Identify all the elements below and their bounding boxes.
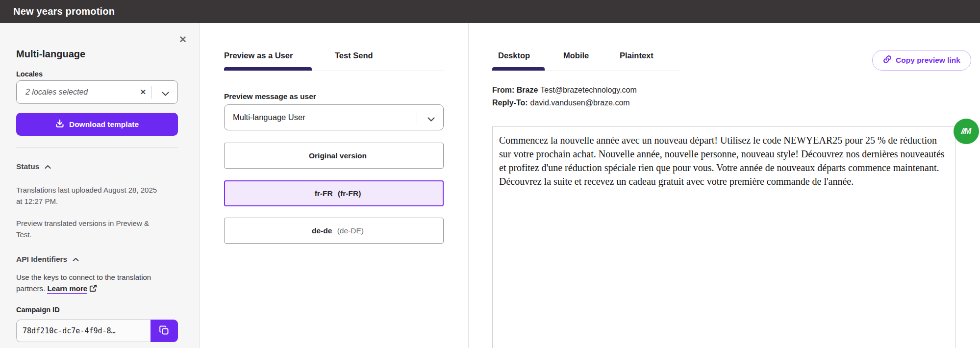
api-identifiers-heading: API Identifiers bbox=[16, 255, 79, 264]
locales-label: Locales bbox=[16, 70, 43, 78]
copy-preview-link-label: Copy preview link bbox=[896, 56, 960, 65]
from-line: From: BrazeTest@brazetechnology.com bbox=[492, 85, 637, 95]
tab-test-send[interactable]: Test Send bbox=[335, 51, 373, 60]
multi-language-sidebar: ✕ Multi-language Locales 2 locales selec… bbox=[0, 23, 200, 348]
tab-preview-as-user[interactable]: Preview as a User bbox=[224, 51, 293, 60]
app-window: New years promotion ✕ Multi-language Loc… bbox=[0, 0, 980, 348]
locales-value: 2 locales selected bbox=[25, 81, 88, 103]
preview-user-value: Multi-language User bbox=[233, 105, 305, 130]
download-template-button[interactable]: Download template bbox=[16, 113, 178, 136]
version-fr-label: fr-FR bbox=[315, 189, 333, 198]
tab-mobile[interactable]: Mobile bbox=[563, 51, 589, 60]
preview-user-select[interactable]: Multi-language User bbox=[224, 104, 444, 130]
status-heading-label: Status bbox=[16, 162, 39, 171]
email-body-preview: Commencez la nouvelle année avec un nouv… bbox=[492, 126, 955, 348]
message-preview-panel: Desktop Mobile Plaintext Copy preview li… bbox=[469, 23, 980, 348]
learn-more-link[interactable]: Learn more bbox=[47, 284, 87, 294]
api-description: Use the keys to connect to the translati… bbox=[16, 272, 166, 295]
clear-locales-icon[interactable]: ✕ bbox=[140, 81, 146, 103]
version-original-label: Original version bbox=[309, 151, 367, 160]
collapse-status-icon[interactable] bbox=[45, 165, 51, 169]
api-identifiers-label: API Identifiers bbox=[16, 255, 67, 264]
reply-to-label: Reply-To: bbox=[492, 99, 528, 107]
version-de-label: de-de bbox=[312, 226, 332, 235]
version-de-code: (de-DE) bbox=[337, 226, 364, 235]
download-icon bbox=[55, 119, 64, 130]
sidebar-heading: Multi-language bbox=[16, 49, 85, 60]
preview-user-label: Preview message as user bbox=[224, 92, 316, 101]
campaign-id-field[interactable]: 78df210c-dc7e-4f9d-8… bbox=[16, 320, 151, 342]
email-body-text: Commencez la nouvelle année avec un nouv… bbox=[499, 133, 947, 188]
close-icon[interactable]: ✕ bbox=[179, 35, 187, 44]
copy-preview-link-button[interactable]: Copy preview link bbox=[872, 50, 971, 71]
locales-combobox[interactable]: 2 locales selected ✕ bbox=[16, 80, 178, 104]
reply-to-line: Reply-To:david.vandusen@braze.com bbox=[492, 98, 630, 108]
version-fr-code: (fr-FR) bbox=[338, 189, 361, 198]
translations-uploaded-text: Translations last uploaded August 28, 20… bbox=[16, 185, 164, 207]
divider bbox=[492, 71, 681, 71]
version-fr-button[interactable]: fr-FR (fr-FR) bbox=[224, 180, 444, 206]
preview-translated-text: Preview translated versions in Preview &… bbox=[16, 218, 164, 240]
campaign-id-row: 78df210c-dc7e-4f9d-8… bbox=[16, 320, 178, 342]
status-section-heading: Status bbox=[16, 162, 51, 171]
from-label: From: Braze bbox=[492, 86, 538, 94]
im-logo-badge[interactable]: //M bbox=[954, 119, 979, 144]
link-icon bbox=[883, 55, 892, 66]
divider bbox=[224, 71, 444, 71]
tab-desktop[interactable]: Desktop bbox=[498, 51, 530, 60]
copy-campaign-id-button[interactable] bbox=[151, 320, 178, 342]
divider bbox=[417, 110, 417, 124]
copy-icon bbox=[159, 325, 170, 337]
campaign-title: New years promotion bbox=[13, 0, 115, 23]
from-email: Test@brazetechnology.com bbox=[540, 86, 636, 94]
im-logo-text: //M bbox=[961, 126, 971, 136]
chevron-down-icon[interactable] bbox=[427, 115, 435, 124]
reply-to-email: david.vandusen@braze.com bbox=[530, 99, 630, 107]
download-template-label: Download template bbox=[69, 120, 139, 129]
preview-test-panel: Preview as a User Test Send Preview mess… bbox=[200, 23, 469, 348]
version-original-button[interactable]: Original version bbox=[224, 143, 444, 169]
external-link-icon bbox=[89, 285, 97, 294]
chevron-down-icon[interactable] bbox=[162, 90, 169, 99]
campaign-id-label: Campaign ID bbox=[16, 306, 60, 314]
tab-plaintext[interactable]: Plaintext bbox=[620, 51, 653, 60]
divider bbox=[151, 86, 151, 99]
campaign-title-bar: New years promotion bbox=[0, 0, 980, 23]
version-de-button[interactable]: de-de (de-DE) bbox=[224, 218, 444, 244]
divider bbox=[16, 147, 178, 148]
collapse-api-icon[interactable] bbox=[73, 257, 79, 262]
